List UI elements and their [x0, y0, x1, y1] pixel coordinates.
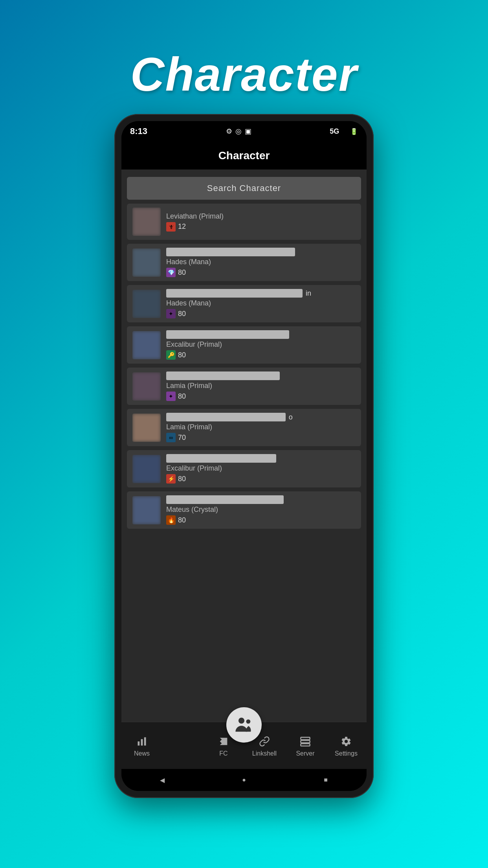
character-level: 80	[178, 268, 186, 277]
character-list-item[interactable]: Excalibur (Primal) 🔑 80	[127, 326, 361, 364]
home-button[interactable]: ●	[238, 774, 250, 785]
character-server: Excalibur (Primal)	[166, 340, 356, 349]
svg-rect-2	[138, 741, 140, 746]
back-button[interactable]: ◀	[157, 774, 168, 785]
character-server: Lamia (Primal)	[166, 382, 356, 390]
character-level-row: ∞ 70	[166, 433, 356, 442]
status-icons: ⚙ ◎ ▣	[226, 127, 251, 136]
character-level: 80	[178, 351, 186, 359]
character-level-row: ✦ 80	[166, 309, 356, 318]
signal-icon: ▲	[341, 128, 348, 135]
phone-outer: 8:13 ⚙ ◎ ▣ 5G ▲ 🔋 Character Searc	[114, 114, 374, 798]
job-icon: ⚡	[166, 474, 176, 484]
character-level: 12	[178, 223, 186, 231]
nav-label-server: Server	[296, 750, 314, 757]
system-navigation: ◀ ● ■	[121, 769, 367, 791]
character-avatar	[132, 248, 161, 277]
bottom-navigation: News FC	[121, 722, 367, 769]
character-list-item[interactable]: Hades (Mana) 💎 80	[127, 244, 361, 281]
character-info: Mateus (Crystal) 🔥 80	[166, 495, 356, 525]
character-info: Excalibur (Primal) 🔑 80	[166, 330, 356, 360]
character-info: o Lamia (Primal) ∞ 70	[166, 413, 356, 442]
network-badge: 5G	[330, 127, 339, 136]
character-info: Excalibur (Primal) ⚡ 80	[166, 454, 356, 484]
character-level: 80	[178, 310, 186, 318]
nav-label-linkshell: Linkshell	[252, 750, 277, 757]
character-server: Hades (Mana)	[166, 258, 356, 266]
character-level: 80	[178, 475, 186, 483]
nav-item-settings[interactable]: Settings	[326, 734, 367, 757]
character-list-item[interactable]: Leviathan (Primal) 🗡 12	[127, 204, 361, 240]
character-avatar	[132, 455, 161, 483]
nav-label-fc: FC	[219, 750, 227, 757]
phone-screen: 8:13 ⚙ ◎ ▣ 5G ▲ 🔋 Character Searc	[121, 121, 367, 791]
character-name-bar	[166, 289, 303, 298]
character-info: in Hades (Mana) ✦ 80	[166, 289, 356, 318]
job-icon: ✦	[166, 309, 176, 318]
character-avatar	[132, 331, 161, 359]
character-fab-button[interactable]	[226, 707, 262, 743]
character-server: Mateus (Crystal)	[166, 506, 356, 514]
character-avatar	[132, 496, 161, 524]
battery-icon: 🔋	[350, 128, 358, 135]
character-server: Lamia (Primal)	[166, 423, 356, 431]
character-server: Excalibur (Primal)	[166, 464, 356, 473]
character-name-bar	[166, 248, 295, 256]
recent-button[interactable]: ■	[320, 774, 331, 785]
job-icon: 🗡	[166, 222, 176, 232]
chart-icon	[135, 734, 149, 748]
character-level: 70	[178, 434, 186, 442]
job-icon: 🔥	[166, 515, 176, 525]
character-server: Hades (Mana)	[166, 299, 356, 307]
character-level-row: 💎 80	[166, 268, 356, 277]
character-list-item[interactable]: Mateus (Crystal) 🔥 80	[127, 491, 361, 529]
status-right: 5G ▲ 🔋	[330, 127, 358, 136]
svg-rect-7	[301, 743, 310, 746]
svg-point-1	[246, 719, 250, 724]
character-name-dot: o	[289, 413, 293, 421]
status-time: 8:13	[130, 126, 147, 136]
character-level-row: ✦ 80	[166, 392, 356, 401]
svg-point-0	[238, 718, 244, 724]
main-content: Search Character Leviathan (Primal) 🗡 12	[121, 170, 367, 722]
character-list-item[interactable]: Lamia (Primal) ✦ 80	[127, 368, 361, 405]
svg-rect-5	[301, 737, 310, 739]
status-bar: 8:13 ⚙ ◎ ▣ 5G ▲ 🔋	[121, 121, 367, 142]
character-name-bar	[166, 330, 289, 339]
character-avatar	[132, 372, 161, 401]
job-icon: 🔑	[166, 350, 176, 360]
character-name-bar	[166, 454, 276, 463]
search-character-button[interactable]: Search Character	[127, 177, 361, 200]
nav-item-news[interactable]: News	[121, 734, 162, 757]
character-info: Lamia (Primal) ✦ 80	[166, 371, 356, 401]
settings-nav-icon	[339, 734, 353, 748]
app-bar-title: Character	[218, 149, 270, 162]
character-server: Leviathan (Primal)	[166, 212, 356, 221]
app-bar: Character	[121, 142, 367, 170]
person-group-icon	[234, 715, 254, 735]
character-info: Hades (Mana) 💎 80	[166, 248, 356, 277]
character-level: 80	[178, 392, 186, 401]
settings-status-icon: ⚙	[226, 127, 232, 136]
nav-item-server[interactable]: Server	[285, 734, 326, 757]
character-name-bar	[166, 495, 284, 504]
character-level-row: ⚡ 80	[166, 474, 356, 484]
character-avatar	[132, 414, 161, 442]
svg-rect-3	[141, 739, 143, 745]
nav-label-settings: Settings	[335, 750, 358, 757]
character-list-item[interactable]: in Hades (Mana) ✦ 80	[127, 285, 361, 322]
character-avatar	[132, 290, 161, 318]
character-name-bar	[166, 371, 280, 380]
character-level-row: 🔥 80	[166, 515, 356, 525]
svg-rect-6	[301, 740, 310, 743]
character-info: Leviathan (Primal) 🗡 12	[166, 212, 356, 232]
page-title: Character	[0, 47, 488, 101]
circle-status-icon: ◎	[235, 127, 242, 136]
character-list-item[interactable]: Excalibur (Primal) ⚡ 80	[127, 450, 361, 487]
character-list-item[interactable]: o Lamia (Primal) ∞ 70	[127, 409, 361, 446]
phone-device: 8:13 ⚙ ◎ ▣ 5G ▲ 🔋 Character Searc	[114, 114, 374, 798]
character-name-bar	[166, 413, 286, 421]
svg-rect-4	[144, 737, 146, 745]
fc-icon	[216, 734, 231, 748]
character-level: 80	[178, 516, 186, 524]
